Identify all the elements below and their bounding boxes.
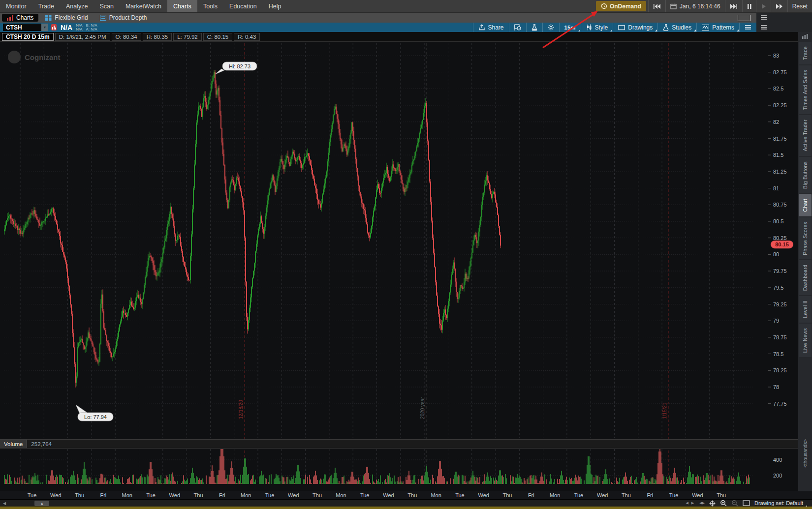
bid-ask-values: B: N/A A: N/A <box>86 24 97 31</box>
subtab-label: Charts <box>16 14 33 21</box>
share-button[interactable]: Share <box>473 23 509 32</box>
volume-header: Volume 252,764 <box>0 439 798 449</box>
sidebar-tab-phase-scores[interactable]: Phase Scores <box>799 217 812 260</box>
gear-icon <box>548 24 554 30</box>
menu-item-charts[interactable]: Charts <box>167 0 197 12</box>
skip-to-end-button[interactable] <box>725 0 742 12</box>
flag-report-button[interactable] <box>509 23 526 32</box>
share-icon <box>478 24 485 30</box>
symbol-toolbar: CTSH ▼ N/A N/AN/A B: N/A A: N/A Share15m… <box>0 23 756 32</box>
ohlc-chip: R: 0.43 <box>234 33 260 41</box>
ohlc-chip: O: 80.34 <box>112 33 141 41</box>
flask-icon <box>531 24 537 31</box>
reset-button[interactable]: Reset <box>787 0 812 12</box>
studies-button-label: Studies <box>672 24 691 31</box>
ohlc-chip: D: 1/6/21, 2:45 PM <box>55 33 110 41</box>
menu-item-analyze[interactable]: Analyze <box>60 0 94 12</box>
style-icon <box>586 24 592 30</box>
share-button-label: Share <box>488 24 504 31</box>
sidebar-tab-chart[interactable]: Chart <box>799 194 812 216</box>
sidebar-tab-big-buttons[interactable]: Big Buttons <box>799 157 812 193</box>
patterns-button-label: Patterns <box>712 24 734 31</box>
studies-button[interactable]: Studies <box>657 23 696 32</box>
flag-icon <box>514 24 521 30</box>
alert-badge-icon[interactable] <box>51 24 57 30</box>
pause-button[interactable] <box>742 0 756 12</box>
ondemand-datetime-button[interactable]: Jan, 6 16:14:46 <box>665 0 725 12</box>
quick-study-button[interactable] <box>526 23 542 32</box>
drawings-button-label: Drawings <box>628 24 653 31</box>
subtab-charts[interactable]: Charts <box>2 14 38 22</box>
last-price-value: N/A <box>61 24 72 31</box>
sidebar-tab-live-news[interactable]: Live News <box>799 324 812 357</box>
bottom-status-bar: ◀ ▲ ◀ ▶ ◀▶ Drawing set: Default <box>0 499 812 507</box>
watermark: Cognizant <box>8 51 61 63</box>
sidebar-tab-times-and-sales[interactable]: Times And Sales <box>799 65 812 114</box>
sidebar-tab-level-ii[interactable]: Level II <box>799 296 812 322</box>
drawings-button[interactable]: Drawings <box>613 23 657 32</box>
menu-item-monitor[interactable]: Monitor <box>0 0 32 12</box>
subtab-product-depth[interactable]: Product Depth <box>95 14 152 22</box>
timeframe-button-label: 15m <box>564 25 576 30</box>
patterns-button[interactable]: Patterns <box>696 23 739 32</box>
subtab-flexible-grid[interactable]: Flexible Grid <box>40 14 93 22</box>
change-values: N/AN/A <box>76 24 82 31</box>
pan-arrows-icon[interactable]: ◀ ▶ <box>686 501 695 505</box>
flexible-grid-icon <box>45 15 52 21</box>
drawing-set-button[interactable]: Drawing set: Default <box>754 500 807 506</box>
fast-forward-button[interactable] <box>771 0 787 12</box>
chart-canvas[interactable] <box>0 42 798 491</box>
zoom-out-icon[interactable] <box>731 500 738 507</box>
sidebar-tab-dashboard[interactable]: Dashboard <box>799 260 812 295</box>
menu-item-marketwatch[interactable]: MarketWatch <box>120 0 167 12</box>
charts-icon <box>7 15 13 21</box>
skip-to-start-button[interactable] <box>648 0 665 12</box>
volume-label[interactable]: Volume <box>0 440 27 448</box>
menu-item-trade[interactable]: Trade <box>32 0 60 12</box>
style-button[interactable]: Style <box>581 23 613 32</box>
symbol-input[interactable]: CTSH <box>3 24 41 31</box>
menu-item-education[interactable]: Education <box>223 0 263 12</box>
menu-icon[interactable] <box>760 25 767 30</box>
ohlc-chip: C: 80.15 <box>203 33 232 41</box>
ondemand-button[interactable]: OnDemand <box>596 1 646 11</box>
crosshair-icon[interactable] <box>709 500 716 507</box>
subtab-label: Product Depth <box>109 14 147 21</box>
ohlc-chip: H: 80.35 <box>143 33 172 41</box>
scrollbar-thumb[interactable]: ▲ <box>34 501 49 506</box>
ohlc-chip: L: 79.92 <box>173 33 202 41</box>
chart-title-chip: CTSH 20 D 15m <box>2 33 54 41</box>
studies-icon <box>663 24 669 31</box>
thinkorswim-app: Cognizant 8382.7582.582.258281.7581.581.… <box>0 0 812 509</box>
menu-item-help[interactable]: Help <box>263 0 287 12</box>
cognizant-logo-icon <box>8 51 21 63</box>
menu-icon[interactable] <box>760 15 767 20</box>
sub-tab-bar: ChartsFlexible GridProduct Depth <box>0 13 756 23</box>
symbol-dropdown-button[interactable]: ▼ <box>41 24 48 31</box>
zoom-in-icon[interactable] <box>720 500 727 507</box>
sidebar-tab-active-trader[interactable]: Active Trader <box>799 115 812 155</box>
menu-item-scan[interactable]: Scan <box>94 0 120 12</box>
layout-box-button[interactable] <box>738 15 750 21</box>
patterns-icon <box>702 25 709 30</box>
right-sidebar: TradeTimes And SalesActive TraderBig But… <box>798 32 812 491</box>
ondemand-clock-icon <box>601 3 607 9</box>
ohlc-header: CTSH 20 D 15m D: 1/6/21, 2:45 PMO: 80.34… <box>0 32 798 42</box>
expand-horizontal-icon[interactable]: ◀▶ <box>699 501 705 505</box>
menu-icon <box>745 25 751 30</box>
volume-value: 252,764 <box>31 441 52 447</box>
chart-menu-button[interactable] <box>739 23 756 32</box>
timeframe-button[interactable]: 15m <box>559 23 581 32</box>
menu-item-tools[interactable]: Tools <box>197 0 223 12</box>
menu-bar: MonitorTradeAnalyzeScanMarketWatchCharts… <box>0 0 812 13</box>
subtab-label: Flexible Grid <box>55 14 88 21</box>
chart-settings-button[interactable] <box>542 23 559 32</box>
sidebar-tab-trade[interactable]: Trade <box>799 42 812 64</box>
scroll-left-icon[interactable]: ◀ <box>3 501 6 506</box>
play-button[interactable] <box>756 0 771 12</box>
playback-controls: OnDemand Jan, 6 16:14:46 Reset <box>594 0 812 12</box>
gadget-icon[interactable] <box>802 34 808 39</box>
style-button-label: Style <box>595 24 608 31</box>
rectangle-tool-icon[interactable] <box>743 500 750 506</box>
ondemand-mode-strip <box>0 507 812 509</box>
